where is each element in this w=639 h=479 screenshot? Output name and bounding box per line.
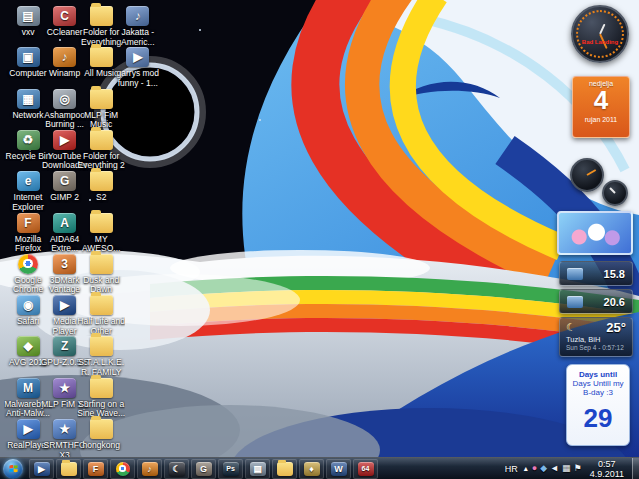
media-app-icon: ♦	[304, 462, 320, 476]
weather-temp: 25°	[606, 320, 626, 335]
s-t-a-l-k-e-r-family-ri-icon	[90, 336, 113, 356]
show-hidden-icons-button[interactable]: ▴	[524, 464, 528, 473]
gpu-z-0-5-5-icon: Z	[53, 336, 76, 356]
taskbar-button-word[interactable]: W	[326, 459, 351, 479]
desktop-icon-label: S.T.A.L.K.E.R. FAMILY RI...	[77, 358, 125, 377]
desktop-icon-label: hongkong	[77, 441, 125, 451]
tray-media-tray-icon[interactable]: ●	[532, 464, 537, 473]
analog-clock-face: Bad Landing	[576, 10, 624, 58]
language-indicator[interactable]: HR	[503, 464, 520, 474]
meter-gadget-bottom[interactable]: 20.6	[559, 289, 633, 314]
desktop-icon-mlp-fim-music[interactable]: MLP FiM Music	[77, 89, 125, 130]
cpu-dial	[570, 158, 604, 192]
cpu-meter-gadget[interactable]	[570, 156, 630, 206]
desktop-icon-hongkong[interactable]: hongkong	[77, 419, 125, 451]
countdown-title: Days until	[567, 370, 629, 379]
taskbar-button-google-chrome[interactable]	[110, 459, 135, 479]
taskbar-button-gimp[interactable]: G	[191, 459, 216, 479]
countdown-gadget[interactable]: Days until Days Untill my B-day :3 29	[566, 364, 630, 446]
ccleaner-icon: C	[53, 6, 76, 26]
desktop-icon-half-life-and-other-games[interactable]: Half Life and Other Games	[77, 295, 125, 336]
taskbar-button-photoshop-psd[interactable]: Ps	[218, 459, 243, 479]
taskbar-clock[interactable]: 0:57 4.9.2011	[586, 459, 628, 479]
weather-gadget[interactable]: ☾ 25° Tuzla, BiH Sun Sep 4 - 0:57:12	[559, 317, 633, 357]
realplayer-icon: ▶	[17, 419, 40, 439]
all-music-icon	[90, 47, 113, 67]
clock-label: Bad Landing	[578, 39, 622, 45]
desktop-icon-label: garrys mod funny - 1...	[114, 69, 162, 88]
drive-icon	[567, 268, 583, 280]
youtube-downloader-icon: ▶	[53, 130, 76, 150]
taskbar-button-notepad[interactable]: ▤	[245, 459, 270, 479]
system-tray: HR ▴ ●◆◄▦⚑ 0:57 4.9.2011	[499, 458, 639, 479]
desktop-icon-dusk-and-dawn[interactable]: Dusk and Dawn	[77, 254, 125, 295]
desktop-icon-garrys-mod-funny-1[interactable]: ▶garrys mod funny - 1...	[114, 47, 162, 88]
aida64-extre-icon: A	[53, 213, 76, 233]
desktop-icon-grid: ▤vxv▣Computer▦Network♻Recycle BineIntern…	[4, 0, 304, 457]
folder-icon	[277, 462, 293, 476]
moon-icon: ☾	[566, 321, 576, 334]
desktop-icon-surfing-on-a-sine-wave[interactable]: Surfing on a Sine Wave...	[77, 378, 125, 419]
taskbar-button-eclipse-viewer[interactable]: ☾	[164, 459, 189, 479]
windows-logo-icon	[7, 462, 20, 475]
tray-network-icon[interactable]: ▦	[562, 464, 571, 473]
malwareby-anti-malw-icon: M	[17, 378, 40, 398]
ram-dial	[602, 180, 628, 206]
internet-explorer-icon: e	[17, 171, 40, 191]
desktop-icon-s2[interactable]: S2	[77, 171, 125, 203]
start-button[interactable]	[3, 459, 23, 479]
eclipse-viewer-icon: ☾	[169, 462, 185, 476]
desktop-icon-label: Folder for Everything 2	[77, 152, 125, 171]
surfing-on-a-sine-wave-icon	[90, 378, 113, 398]
weather-location: Tuzla, BiH	[566, 335, 626, 344]
notepad-icon: ▤	[250, 462, 266, 476]
countdown-event-line2: B-day :3	[567, 388, 629, 397]
show-desktop-button[interactable]	[632, 458, 639, 479]
calendar-month-year: rujan 2011	[573, 114, 629, 123]
drive-icon	[567, 296, 583, 308]
folder-for-everything-2-icon	[90, 130, 113, 150]
photoshop-psd-icon: Ps	[223, 462, 239, 476]
windows-explorer-icon	[61, 462, 77, 476]
gimp-2-icon: G	[53, 171, 76, 191]
word-icon: W	[331, 462, 347, 476]
taskbar-button-folder[interactable]	[272, 459, 297, 479]
3dmark-vantage-icon: 3	[53, 254, 76, 274]
meter-gadget-top[interactable]: 15.8	[559, 261, 633, 286]
folder-for-everything-icon	[90, 6, 113, 26]
weather-updated: Sun Sep 4 - 0:57:12	[566, 344, 626, 351]
hongkong-icon	[90, 419, 113, 439]
desktop-icon-folder-for-everything-2[interactable]: Folder for Everything 2	[77, 130, 125, 171]
clock-gadget[interactable]: Bad Landing	[571, 5, 629, 63]
taskbar-button-media-player-classic[interactable]: ▶	[29, 459, 54, 479]
desktop-icon-jakatta-americ[interactable]: ♪Jakatta - Americ...	[114, 6, 162, 47]
taskbar-button-winamp[interactable]: ♪	[137, 459, 162, 479]
taskbar-button-mozilla-firefox[interactable]: F	[83, 459, 108, 479]
mlp-fim-music-icon	[90, 89, 113, 109]
safari-icon: ◉	[17, 295, 40, 315]
taskbar-button-windows-explorer[interactable]	[56, 459, 81, 479]
tray-update-tray-icon[interactable]: ◆	[540, 464, 547, 473]
slideshow-gadget[interactable]	[557, 211, 633, 255]
dusk-and-dawn-icon	[90, 254, 113, 274]
mozilla-firefox-icon: F	[88, 462, 104, 476]
taskbar-button-media-app[interactable]: ♦	[299, 459, 324, 479]
media-player-classic-icon: ▶	[53, 295, 76, 315]
tray-icons: ●◆◄▦⚑	[532, 464, 582, 473]
winamp-icon: ♪	[53, 47, 76, 67]
countdown-event-line1: Days Untill my	[567, 379, 629, 388]
desktop-icon-my-aweso[interactable]: MY AWESO...	[77, 213, 125, 254]
desktop-icon-s-t-a-l-k-e-r-family-ri[interactable]: S.T.A.L.K.E.R. FAMILY RI...	[77, 336, 125, 377]
meter-top-value: 15.8	[604, 268, 625, 280]
tray-action-center-icon[interactable]: ⚑	[574, 464, 582, 473]
tray-volume-icon[interactable]: ◄	[550, 464, 559, 473]
taskbar-button-core-temp-64[interactable]: 64	[353, 459, 378, 479]
tray-date: 4.9.2011	[590, 469, 624, 479]
jakatta-americ-icon: ♪	[126, 6, 149, 26]
desktop-icon-label: Half Life and Other Games	[77, 317, 125, 336]
taskbar-app-buttons: ▶F♪☾GPs▤♦W64	[28, 458, 379, 479]
taskbar: ▶F♪☾GPs▤♦W64 HR ▴ ●◆◄▦⚑ 0:57 4.9.2011	[0, 457, 639, 479]
media-player-classic-icon: ▶	[34, 462, 50, 476]
s2-icon	[90, 171, 113, 191]
calendar-gadget[interactable]: nedjelja 4 rujan 2011	[572, 76, 630, 138]
